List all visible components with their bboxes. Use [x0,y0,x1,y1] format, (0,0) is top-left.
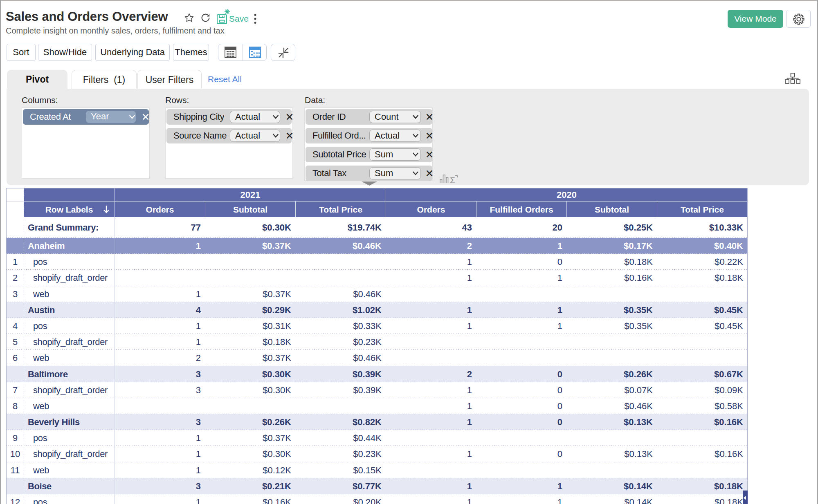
svg-text:Σ: Σ [450,175,455,184]
